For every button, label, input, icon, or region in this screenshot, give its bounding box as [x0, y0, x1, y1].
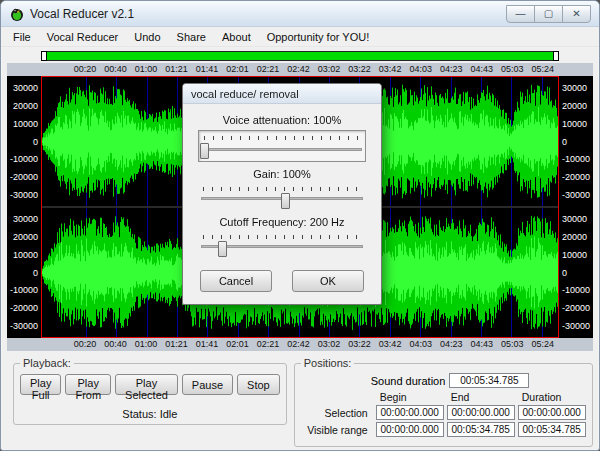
status-text: Status: Idle — [20, 408, 280, 420]
sound-duration-field[interactable]: 00:05:34.785 — [449, 373, 529, 388]
time-ruler-top[interactable]: 00:2000:4001:0001:2101:4102:0102:2102:42… — [7, 63, 593, 76]
y-axis-label: 30000 — [13, 214, 38, 224]
playback-group-label: Playback: — [20, 357, 74, 369]
minimize-button[interactable]: — — [506, 5, 535, 23]
menu-item-vocal-reducer[interactable]: Vocal Reducer — [39, 27, 127, 47]
menu-item-about[interactable]: About — [214, 27, 259, 47]
dialog-title[interactable]: vocal reduce/ removal — [183, 84, 381, 104]
menu-item-share[interactable]: Share — [169, 27, 214, 47]
playback-buttons: Play FullPlay FromPlay SelectedPauseStop — [20, 374, 280, 395]
gain-slider-thumb[interactable] — [281, 193, 290, 209]
ruler-tick-label: 05:24 — [531, 339, 554, 349]
ruler-tick-label: 04:03 — [409, 339, 432, 349]
y-axis-label: -30000 — [10, 321, 38, 331]
position-time-field[interactable]: 00:00:00.000 — [447, 405, 515, 420]
y-axis-left: 3000020000100000-10000-20000-30000300002… — [7, 76, 41, 338]
positions-group: Positions: Sound duration 00:05:34.785 B… — [294, 357, 593, 447]
ruler-tick-label: 04:43 — [470, 339, 493, 349]
ruler-tick-label: 01:21 — [165, 64, 188, 74]
ruler-tick-label: 03:22 — [348, 64, 371, 74]
play-selected-button[interactable]: Play Selected — [115, 374, 178, 395]
positions-col-header: End — [447, 391, 515, 403]
gain-slider[interactable] — [198, 184, 366, 210]
ruler-tick-label: 00:40 — [104, 64, 127, 74]
y-axis-label: -20000 — [10, 172, 38, 182]
ruler-tick-label: 03:02 — [318, 339, 341, 349]
seek-handle-left[interactable] — [41, 51, 47, 61]
ruler-tick-label: 03:42 — [379, 64, 402, 74]
menu-bar: FileVocal ReducerUndoShareAboutOpportuni… — [1, 27, 599, 47]
y-axis-label: -30000 — [562, 190, 590, 200]
y-axis-label: -10000 — [562, 285, 590, 295]
ruler-tick-label: 03:02 — [318, 64, 341, 74]
slider-ticks — [204, 136, 360, 140]
y-axis-label: 10000 — [13, 250, 38, 260]
pause-button[interactable]: Pause — [182, 374, 233, 395]
time-ruler-bottom[interactable]: 00:2000:4001:0001:2101:4102:0102:2102:42… — [7, 338, 593, 351]
y-axis-label: 10000 — [562, 119, 587, 129]
ruler-tick-label: 05:24 — [531, 64, 554, 74]
y-axis-label: 0 — [33, 137, 38, 147]
ok-button[interactable]: OK — [292, 270, 364, 292]
position-time-field[interactable]: 00:05:34.785 — [518, 422, 586, 437]
bottom-panel: Playback: Play FullPlay FromPlay Selecte… — [7, 351, 593, 447]
positions-row-label: Selection — [301, 407, 373, 419]
y-axis-label: 30000 — [562, 83, 587, 93]
voice-attenuation-slider-thumb[interactable] — [200, 143, 209, 159]
maximize-button[interactable]: ▢ — [534, 5, 563, 23]
cutoff-frequency-label: Cutoff Frequency: 200 Hz — [196, 216, 368, 228]
cutoff-frequency-slider-thumb[interactable] — [218, 241, 227, 257]
app-icon — [9, 6, 25, 22]
ruler-tick-label: 04:23 — [440, 339, 463, 349]
position-time-field[interactable]: 00:00:00.000 — [518, 405, 586, 420]
ruler-tick-label: 02:01 — [226, 339, 249, 349]
voice-attenuation-slider[interactable] — [198, 130, 366, 162]
stop-button[interactable]: Stop — [237, 374, 280, 395]
play-from-button[interactable]: Play From — [65, 374, 111, 395]
voice-attenuation-label: Voice attenuation: 100% — [196, 114, 368, 126]
position-time-field[interactable]: 00:00:00.000 — [376, 422, 444, 437]
positions-col-header: Duration — [518, 391, 586, 403]
cancel-button[interactable]: Cancel — [200, 270, 272, 292]
seek-handle-right[interactable] — [553, 51, 559, 61]
ruler-tick-label: 02:42 — [287, 64, 310, 74]
ruler-tick-label: 01:00 — [135, 339, 158, 349]
dialog-body: Voice attenuation: 100% Gain: 100% Cutof… — [183, 104, 381, 304]
y-axis-label: 0 — [562, 137, 567, 147]
ruler-tick-label: 00:20 — [74, 64, 97, 74]
y-axis-label: -10000 — [562, 154, 590, 164]
y-axis-label: -10000 — [10, 154, 38, 164]
y-axis-label: 30000 — [13, 83, 38, 93]
y-axis-label: 20000 — [13, 232, 38, 242]
positions-col-header: Begin — [376, 391, 444, 403]
menu-item-file[interactable]: File — [5, 27, 39, 47]
play-full-button[interactable]: Play Full — [20, 374, 61, 395]
y-axis-label: -20000 — [562, 172, 590, 182]
position-time-field[interactable]: 00:00:00.000 — [376, 405, 444, 420]
slider-ticks — [203, 235, 361, 239]
ruler-tick-label: 00:40 — [104, 339, 127, 349]
window-controls: — ▢ ✕ — [507, 5, 591, 23]
y-axis-label: -10000 — [10, 285, 38, 295]
menu-item-opportunity-for-you[interactable]: Opportunity for YOU! — [259, 27, 378, 47]
y-axis-label: -20000 — [10, 303, 38, 313]
ruler-tick-label: 02:21 — [257, 64, 280, 74]
ruler-tick-label: 02:42 — [287, 339, 310, 349]
y-axis-label: -20000 — [562, 303, 590, 313]
ruler-tick-label: 01:41 — [196, 339, 219, 349]
positions-table: BeginEndDurationSelection00:00:00.00000:… — [301, 391, 586, 437]
ruler-tick-label: 00:20 — [74, 339, 97, 349]
y-axis-label: -30000 — [562, 321, 590, 331]
close-button[interactable]: ✕ — [562, 5, 591, 23]
ruler-tick-label: 04:23 — [440, 64, 463, 74]
app-window: Vocal Reducer v2.1 — ▢ ✕ FileVocal Reduc… — [0, 0, 600, 451]
sound-duration-row: Sound duration 00:05:34.785 — [371, 373, 586, 388]
title-bar[interactable]: Vocal Reducer v2.1 — ▢ ✕ — [1, 1, 599, 27]
ruler-tick-label: 04:43 — [470, 64, 493, 74]
menu-item-undo[interactable]: Undo — [126, 27, 168, 47]
position-time-field[interactable]: 00:05:34.785 — [447, 422, 515, 437]
seek-bar[interactable] — [41, 51, 559, 61]
vocal-reduce-dialog: vocal reduce/ removal Voice attenuation:… — [182, 83, 382, 305]
y-axis-label: 10000 — [562, 250, 587, 260]
cutoff-frequency-slider[interactable] — [198, 232, 366, 258]
